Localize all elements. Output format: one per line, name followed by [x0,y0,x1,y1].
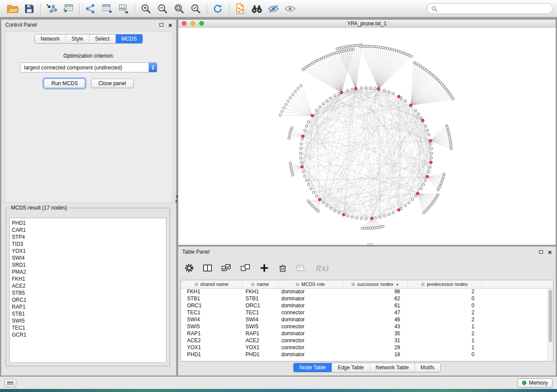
search-input[interactable] [439,6,548,12]
network-node[interactable] [291,93,294,96]
column-header-predecessor-nodes[interactable]: ⊞predecessor nodes [407,280,481,288]
network-node[interactable] [288,137,290,139]
network-node[interactable] [389,48,391,50]
table-row[interactable]: YOX1YOX1connector291 [181,344,553,351]
close-panel-button[interactable]: Close panel [91,79,133,88]
network-node[interactable] [384,89,386,91]
network-node[interactable] [287,100,289,102]
export-table-button[interactable] [99,2,115,16]
mcds-hub-node[interactable] [426,175,429,178]
mcds-hub-node[interactable] [343,213,345,216]
mcds-result-item[interactable]: PMA2 [10,268,166,275]
network-node[interactable] [331,53,333,55]
network-node[interactable] [291,169,293,171]
network-node[interactable] [365,86,367,89]
export-image-button[interactable] [115,2,132,16]
network-node[interactable] [360,45,362,48]
network-node[interactable] [449,136,451,138]
network-node[interactable] [442,178,444,180]
scrollbar-thumb[interactable] [549,290,552,342]
network-node[interactable] [300,162,302,164]
network-node[interactable] [300,148,302,150]
panel-menu-button[interactable] [4,379,16,387]
network-node[interactable] [430,148,432,150]
network-node[interactable] [382,46,384,48]
network-node[interactable] [437,189,439,191]
network-node[interactable] [361,227,363,229]
network-node[interactable] [380,46,382,48]
network-node[interactable] [420,187,422,189]
network-node[interactable] [288,134,291,137]
share-document-button[interactable] [232,2,249,16]
network-node[interactable] [373,45,375,48]
column-header-MCDS-role[interactable]: ⊞MCDS role [278,280,343,288]
zoom-fit-button[interactable] [171,2,187,16]
table-row[interactable]: ORC1ORC1dominator610 [181,302,553,309]
network-node[interactable] [388,91,390,93]
mcds-hub-node[interactable] [301,165,303,168]
network-node[interactable] [279,114,281,116]
network-node[interactable] [310,187,312,189]
column-header-shared-name[interactable]: ⊞shared name [181,280,242,288]
network-node[interactable] [392,93,394,95]
network-node[interactable] [446,124,448,127]
network-node[interactable] [346,89,349,91]
close-panel-icon[interactable]: × [168,22,172,28]
network-node[interactable] [340,50,343,52]
network-node[interactable] [345,46,347,48]
network-node[interactable] [351,216,353,218]
mcds-result-item[interactable]: TID3 [10,241,166,248]
tab-network-table[interactable]: Network Table [370,363,415,372]
mcds-result-item[interactable]: SRD1 [10,261,166,268]
network-node[interactable] [440,182,442,184]
mcds-hub-node[interactable] [311,114,314,117]
network-node[interactable] [446,127,448,129]
collapse-left-icon[interactable] [176,195,178,198]
table-row[interactable]: SWI5SWI5connector431 [181,323,553,330]
network-node[interactable] [353,45,356,47]
network-node[interactable] [400,207,402,210]
network-node[interactable] [291,172,293,174]
network-node[interactable] [360,87,363,89]
mcds-hub-node[interactable] [429,161,432,164]
float-panel-icon[interactable] [159,23,163,27]
network-node[interactable] [283,107,285,109]
table-row[interactable]: TEC1TEC1connector472 [181,309,553,316]
table-row[interactable]: STB1STB1dominator620 [181,295,553,302]
network-node[interactable] [340,47,343,49]
tab-network[interactable]: Network [35,34,66,43]
network-node[interactable] [346,215,349,217]
network-node[interactable] [362,45,364,47]
network-node[interactable] [338,93,340,95]
horizontal-splitter[interactable] [367,244,373,246]
network-node[interactable] [300,143,302,145]
mcds-hub-node[interactable] [409,104,412,107]
criterion-select[interactable]: largest connected component (undirected) [20,62,157,72]
memory-button[interactable]: Memory [517,378,553,388]
network-node[interactable] [447,129,449,131]
network-node[interactable] [291,127,293,129]
network-node[interactable] [308,120,310,123]
network-node[interactable] [329,97,332,99]
mcds-hub-node[interactable] [370,217,373,220]
open-session-button[interactable] [4,2,21,16]
network-node[interactable] [428,171,430,173]
network-node[interactable] [408,202,410,204]
tab-node-table[interactable]: Node Table [294,363,332,372]
import-network-button[interactable] [43,2,60,16]
export-network-button[interactable] [82,2,99,16]
zoom-selected-button[interactable] [187,2,204,16]
float-panel-icon[interactable] [539,250,543,254]
mcds-hub-node[interactable] [377,88,380,90]
network-node[interactable] [425,125,427,127]
mcds-hub-node[interactable] [416,192,419,195]
network-node[interactable] [410,55,412,57]
mcds-hub-node[interactable] [340,91,343,94]
network-node[interactable] [420,117,422,119]
import-table-button[interactable] [60,2,76,16]
network-node[interactable] [290,167,292,169]
network-node[interactable] [443,173,445,175]
mcds-result-item[interactable]: FKH1 [10,275,166,282]
network-node[interactable] [429,166,431,168]
network-node[interactable] [392,212,394,214]
